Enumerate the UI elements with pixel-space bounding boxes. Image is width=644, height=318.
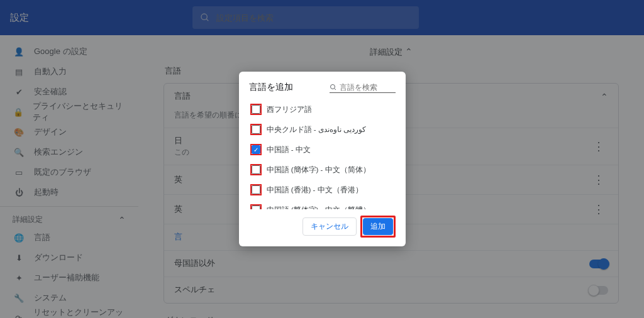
language-option[interactable]: ✓中国語 - 中文 <box>249 140 393 160</box>
language-option[interactable]: 中国語 (繁体字) - 中文（繁體） <box>249 200 393 209</box>
checkbox[interactable] <box>252 105 260 114</box>
checkbox[interactable] <box>252 185 260 194</box>
modal-overlay: 言語を追加 西フリジア語 中央クルド語 - کوردیی ناوەندی ✓中国… <box>0 0 644 318</box>
language-list[interactable]: 西フリジア語 中央クルド語 - کوردیی ناوەندی ✓中国語 - 中文… <box>249 99 396 209</box>
language-option[interactable]: 中国語 (簡体字) - 中文（简体） <box>249 160 393 180</box>
svg-point-2 <box>330 85 335 89</box>
checkbox[interactable] <box>252 125 260 134</box>
language-option[interactable]: 中国語 (香港) - 中文（香港） <box>249 180 393 200</box>
dialog-search[interactable] <box>330 84 396 93</box>
cancel-button[interactable]: キャンセル <box>303 217 357 236</box>
language-option[interactable]: 中央クルド語 - کوردیی ناوەندی <box>249 119 393 140</box>
dialog-title: 言語を追加 <box>249 82 293 93</box>
dialog-search-input[interactable] <box>340 84 390 91</box>
svg-line-3 <box>334 89 336 90</box>
search-icon <box>330 84 337 91</box>
checkbox-checked[interactable]: ✓ <box>252 145 260 154</box>
add-language-dialog: 言語を追加 西フリジア語 中央クルド語 - کوردیی ناوەندی ✓中国… <box>239 72 406 246</box>
checkbox[interactable] <box>252 206 260 209</box>
add-button[interactable]: 追加 <box>363 218 393 235</box>
language-option[interactable]: 西フリジア語 <box>249 99 393 119</box>
checkbox[interactable] <box>252 165 260 174</box>
